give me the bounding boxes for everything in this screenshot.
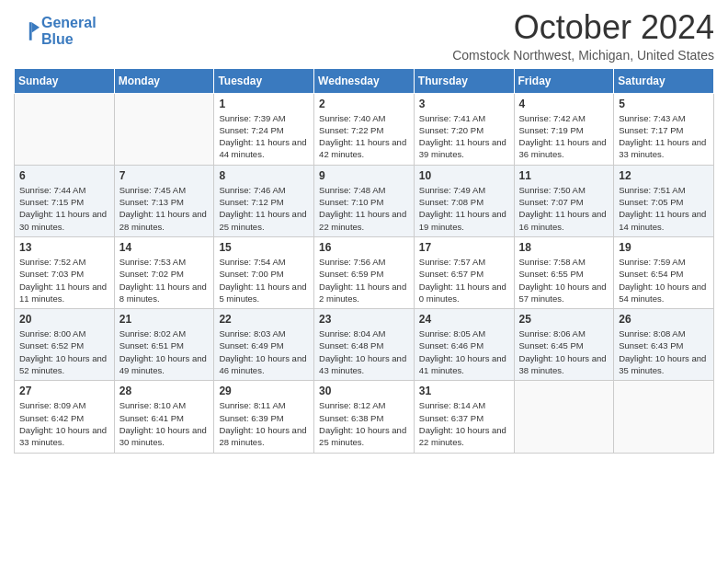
day-info: Sunrise: 7:46 AM Sunset: 7:12 PM Dayligh…: [219, 184, 309, 233]
title-block: October 2024 Comstock Northwest, Michiga…: [452, 9, 714, 63]
table-row: 17Sunrise: 7:57 AM Sunset: 6:57 PM Dayli…: [414, 236, 514, 308]
table-row: 9Sunrise: 7:48 AM Sunset: 7:10 PM Daylig…: [314, 165, 415, 236]
table-row: 6Sunrise: 7:44 AM Sunset: 7:15 PM Daylig…: [15, 165, 115, 236]
day-number: 25: [519, 313, 609, 326]
day-info: Sunrise: 7:51 AM Sunset: 7:05 PM Dayligh…: [619, 184, 709, 233]
day-number: 9: [319, 169, 409, 182]
table-row: [15, 93, 115, 165]
day-number: 20: [19, 313, 109, 326]
table-row: 14Sunrise: 7:53 AM Sunset: 7:02 PM Dayli…: [114, 236, 214, 308]
day-number: 21: [119, 313, 210, 326]
table-row: [614, 381, 714, 453]
table-row: 15Sunrise: 7:54 AM Sunset: 7:00 PM Dayli…: [214, 236, 314, 308]
col-thursday: Thursday: [414, 68, 514, 93]
table-row: 25Sunrise: 8:06 AM Sunset: 6:45 PM Dayli…: [514, 309, 614, 381]
day-number: 7: [119, 169, 210, 182]
day-number: 31: [419, 385, 509, 397]
day-number: 14: [119, 241, 210, 254]
day-info: Sunrise: 7:58 AM Sunset: 6:55 PM Dayligh…: [519, 256, 609, 304]
table-row: [514, 381, 614, 453]
day-info: Sunrise: 7:56 AM Sunset: 6:59 PM Dayligh…: [319, 256, 409, 304]
day-info: Sunrise: 7:40 AM Sunset: 7:22 PM Dayligh…: [319, 112, 409, 161]
day-info: Sunrise: 8:00 AM Sunset: 6:52 PM Dayligh…: [19, 327, 109, 376]
day-number: 10: [419, 169, 509, 182]
table-row: 27Sunrise: 8:09 AM Sunset: 6:42 PM Dayli…: [15, 381, 115, 453]
svg-rect-2: [29, 22, 32, 40]
day-info: Sunrise: 7:53 AM Sunset: 7:02 PM Dayligh…: [119, 256, 210, 304]
day-info: Sunrise: 8:02 AM Sunset: 6:51 PM Dayligh…: [119, 327, 210, 376]
table-row: 18Sunrise: 7:58 AM Sunset: 6:55 PM Dayli…: [514, 236, 614, 308]
day-number: 30: [319, 385, 409, 397]
col-tuesday: Tuesday: [214, 68, 314, 93]
page: General Blue October 2024 Comstock North…: [0, 0, 728, 467]
day-info: Sunrise: 8:10 AM Sunset: 6:41 PM Dayligh…: [119, 399, 210, 448]
day-number: 2: [319, 98, 409, 110]
day-number: 8: [219, 169, 309, 182]
col-friday: Friday: [514, 68, 614, 93]
day-number: 24: [419, 313, 509, 326]
day-info: Sunrise: 8:05 AM Sunset: 6:46 PM Dayligh…: [419, 327, 509, 376]
day-info: Sunrise: 7:52 AM Sunset: 7:03 PM Dayligh…: [19, 256, 109, 304]
table-row: 3Sunrise: 7:41 AM Sunset: 7:20 PM Daylig…: [414, 93, 514, 165]
day-info: Sunrise: 7:43 AM Sunset: 7:17 PM Dayligh…: [619, 112, 709, 161]
day-info: Sunrise: 8:09 AM Sunset: 6:42 PM Dayligh…: [19, 399, 109, 448]
day-number: 3: [419, 98, 509, 110]
table-row: 20Sunrise: 8:00 AM Sunset: 6:52 PM Dayli…: [15, 309, 115, 381]
day-number: 15: [219, 241, 309, 254]
day-number: 27: [19, 385, 109, 397]
day-info: Sunrise: 7:54 AM Sunset: 7:00 PM Dayligh…: [219, 256, 309, 304]
table-row: 21Sunrise: 8:02 AM Sunset: 6:51 PM Dayli…: [114, 309, 214, 381]
day-info: Sunrise: 8:14 AM Sunset: 6:37 PM Dayligh…: [419, 399, 509, 448]
day-number: 28: [119, 385, 210, 397]
table-row: 12Sunrise: 7:51 AM Sunset: 7:05 PM Dayli…: [614, 165, 714, 236]
table-row: 23Sunrise: 8:04 AM Sunset: 6:48 PM Dayli…: [314, 309, 415, 381]
table-row: 28Sunrise: 8:10 AM Sunset: 6:41 PM Dayli…: [114, 381, 214, 453]
table-row: 8Sunrise: 7:46 AM Sunset: 7:12 PM Daylig…: [214, 165, 314, 236]
day-number: 26: [619, 313, 709, 326]
day-number: 13: [19, 241, 109, 254]
col-wednesday: Wednesday: [314, 68, 415, 93]
table-row: 10Sunrise: 7:49 AM Sunset: 7:08 PM Dayli…: [414, 165, 514, 236]
table-row: 16Sunrise: 7:56 AM Sunset: 6:59 PM Dayli…: [314, 236, 415, 308]
table-row: 19Sunrise: 7:59 AM Sunset: 6:54 PM Dayli…: [614, 236, 714, 308]
day-info: Sunrise: 7:41 AM Sunset: 7:20 PM Dayligh…: [419, 112, 509, 161]
table-row: 24Sunrise: 8:05 AM Sunset: 6:46 PM Dayli…: [414, 309, 514, 381]
subtitle: Comstock Northwest, Michigan, United Sta…: [452, 48, 714, 63]
day-info: Sunrise: 7:59 AM Sunset: 6:54 PM Dayligh…: [619, 256, 709, 304]
day-number: 16: [319, 241, 409, 254]
day-number: 4: [519, 98, 609, 110]
day-info: Sunrise: 7:57 AM Sunset: 6:57 PM Dayligh…: [419, 256, 509, 304]
col-sunday: Sunday: [15, 68, 115, 93]
day-info: Sunrise: 8:11 AM Sunset: 6:39 PM Dayligh…: [219, 399, 309, 448]
logo: General Blue: [14, 15, 97, 48]
calendar-week-row: 27Sunrise: 8:09 AM Sunset: 6:42 PM Dayli…: [15, 381, 714, 453]
table-row: 1Sunrise: 7:39 AM Sunset: 7:24 PM Daylig…: [214, 93, 314, 165]
day-info: Sunrise: 7:42 AM Sunset: 7:19 PM Dayligh…: [519, 112, 609, 161]
day-number: 23: [319, 313, 409, 326]
day-number: 18: [519, 241, 609, 254]
calendar-week-row: 20Sunrise: 8:00 AM Sunset: 6:52 PM Dayli…: [15, 309, 714, 381]
day-info: Sunrise: 7:45 AM Sunset: 7:13 PM Dayligh…: [119, 184, 210, 233]
col-saturday: Saturday: [614, 68, 714, 93]
day-number: 12: [619, 169, 709, 182]
table-row: [114, 93, 214, 165]
logo-icon: [14, 18, 40, 44]
table-row: 31Sunrise: 8:14 AM Sunset: 6:37 PM Dayli…: [414, 381, 514, 453]
table-row: 11Sunrise: 7:50 AM Sunset: 7:07 PM Dayli…: [514, 165, 614, 236]
day-info: Sunrise: 8:06 AM Sunset: 6:45 PM Dayligh…: [519, 327, 609, 376]
day-info: Sunrise: 7:44 AM Sunset: 7:15 PM Dayligh…: [19, 184, 109, 233]
day-number: 11: [519, 169, 609, 182]
day-number: 19: [619, 241, 709, 254]
svg-rect-0: [14, 18, 40, 44]
table-row: 7Sunrise: 7:45 AM Sunset: 7:13 PM Daylig…: [114, 165, 214, 236]
day-info: Sunrise: 8:03 AM Sunset: 6:49 PM Dayligh…: [219, 327, 309, 376]
calendar-header-row: Sunday Monday Tuesday Wednesday Thursday…: [15, 68, 714, 93]
day-info: Sunrise: 8:12 AM Sunset: 6:38 PM Dayligh…: [319, 399, 409, 448]
day-info: Sunrise: 7:39 AM Sunset: 7:24 PM Dayligh…: [219, 112, 309, 161]
table-row: 13Sunrise: 7:52 AM Sunset: 7:03 PM Dayli…: [15, 236, 115, 308]
table-row: 2Sunrise: 7:40 AM Sunset: 7:22 PM Daylig…: [314, 93, 415, 165]
day-info: Sunrise: 7:50 AM Sunset: 7:07 PM Dayligh…: [519, 184, 609, 233]
day-info: Sunrise: 7:49 AM Sunset: 7:08 PM Dayligh…: [419, 184, 509, 233]
table-row: 29Sunrise: 8:11 AM Sunset: 6:39 PM Dayli…: [214, 381, 314, 453]
svg-marker-1: [32, 22, 40, 32]
